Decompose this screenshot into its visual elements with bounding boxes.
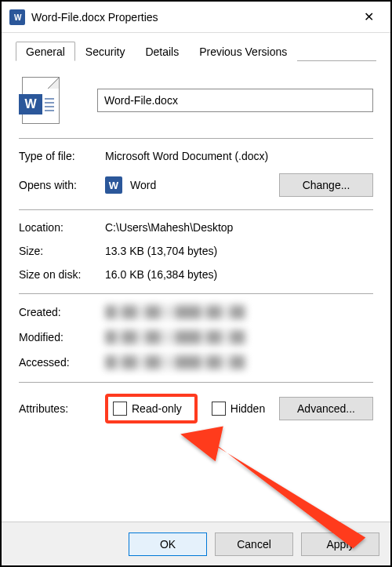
word-app-icon: W xyxy=(9,9,25,25)
type-of-file-label: Type of file: xyxy=(19,150,105,162)
modified-value-redacted xyxy=(105,330,246,344)
created-label: Created: xyxy=(19,306,105,318)
tab-security[interactable]: Security xyxy=(75,42,136,61)
word-small-icon: W xyxy=(105,176,122,194)
tab-general[interactable]: General xyxy=(16,42,75,61)
created-value-redacted xyxy=(105,305,246,319)
change-button[interactable]: Change... xyxy=(279,173,373,197)
opens-with-label: Opens with: xyxy=(19,179,105,191)
hidden-checkbox[interactable] xyxy=(212,402,226,416)
size-on-disk-value: 16.0 KB (16,384 bytes) xyxy=(105,268,373,281)
apply-button[interactable]: Apply xyxy=(301,532,379,556)
dialog-footer: OK Cancel Apply xyxy=(2,522,390,565)
advanced-button[interactable]: Advanced... xyxy=(279,397,373,420)
hidden-label: Hidden xyxy=(230,402,265,415)
attributes-label: Attributes: xyxy=(19,402,105,415)
type-of-file-value: Microsoft Word Document (.docx) xyxy=(105,150,373,162)
size-label: Size: xyxy=(19,245,105,257)
readonly-checkbox[interactable] xyxy=(113,402,127,416)
window-title: Word-File.docx Properties xyxy=(31,11,353,24)
accessed-label: Accessed: xyxy=(19,356,105,369)
filename-input[interactable] xyxy=(97,89,373,112)
tab-previous-versions[interactable]: Previous Versions xyxy=(189,42,297,61)
ok-button[interactable]: OK xyxy=(129,532,207,556)
general-panel: W Type of file: Microsoft Word Document … xyxy=(16,61,376,522)
tab-details[interactable]: Details xyxy=(135,42,189,61)
readonly-label: Read-only xyxy=(132,402,182,415)
size-value: 13.3 KB (13,704 bytes) xyxy=(105,245,373,257)
accessed-value-redacted xyxy=(105,355,246,369)
readonly-highlight: Read-only xyxy=(105,394,198,423)
svg-text:W: W xyxy=(14,13,22,22)
opens-with-value: Word xyxy=(130,179,156,191)
cancel-button[interactable]: Cancel xyxy=(215,532,293,556)
location-value: C:\Users\Mahesh\Desktop xyxy=(105,221,373,234)
location-label: Location: xyxy=(19,221,105,234)
properties-dialog: W Word-File.docx Properties ✕ General Se… xyxy=(0,0,392,567)
tab-strip: General Security Details Previous Versio… xyxy=(16,39,376,61)
titlebar: W Word-File.docx Properties ✕ xyxy=(2,2,390,33)
word-badge-icon: W xyxy=(19,94,42,114)
size-on-disk-label: Size on disk: xyxy=(19,268,105,281)
modified-label: Modified: xyxy=(19,331,105,343)
close-button[interactable]: ✕ xyxy=(353,5,384,29)
file-type-icon: W xyxy=(22,77,60,124)
